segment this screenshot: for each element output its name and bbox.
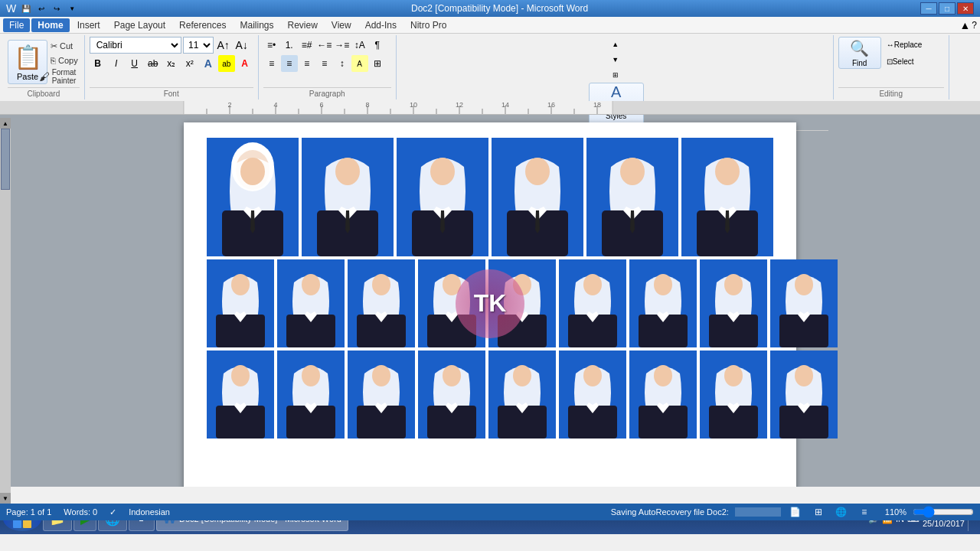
menu-references[interactable]: References (173, 18, 232, 32)
window-title: Doc2 [Compatibility Mode] - Microsoft Wo… (79, 3, 920, 14)
vertical-scroll-bar[interactable]: ▲ ▼ (0, 118, 11, 504)
replace-button[interactable]: ↔ Replace (883, 37, 944, 52)
align-left-button[interactable]: ≡ (263, 55, 280, 72)
cut-button[interactable]: ✂ Cut (49, 39, 80, 53)
view-fullscreen-button[interactable]: ⊞ (810, 504, 827, 520)
ribbon-collapse-button[interactable]: ▲ (959, 19, 970, 31)
text-highlight-button[interactable]: ab (218, 55, 235, 72)
shading-button[interactable]: A (351, 55, 368, 72)
svg-text:10: 10 (410, 101, 417, 109)
undo-button[interactable]: ↩ (34, 2, 48, 15)
maximize-button[interactable]: □ (939, 2, 956, 15)
styles-nav: ▲ ▼ ⊞ (607, 37, 624, 83)
zoom-slider[interactable] (913, 506, 974, 518)
align-center-button[interactable]: ≡ (281, 55, 298, 72)
show-formatting-button[interactable]: ¶ (369, 37, 386, 54)
format-painter-button[interactable]: 🖌 Format Painter (49, 68, 66, 85)
decrease-indent-button[interactable]: ←≡ (316, 37, 333, 54)
align-right-button[interactable]: ≡ (299, 55, 315, 72)
scroll-down-button[interactable]: ▼ (0, 493, 11, 504)
search-icon: 🔍 (850, 39, 869, 57)
photo-1-6 (681, 138, 773, 256)
ruler-svg: 24 68 1012 1416 18 (0, 101, 980, 115)
styles-more[interactable]: ⊞ (607, 67, 624, 83)
menu-nitro[interactable]: Nitro Pro (404, 18, 452, 32)
justify-button[interactable]: ≡ (316, 55, 333, 72)
multilevel-button[interactable]: ≡# (299, 37, 315, 54)
increase-font-button[interactable]: A↑ (215, 37, 232, 54)
select-button[interactable]: ⊡ Select (883, 54, 944, 69)
scroll-thumb[interactable] (1, 129, 10, 190)
borders-button[interactable]: ⊞ (369, 55, 386, 72)
font-format-row: B I U ab x₂ x² A ab A (90, 55, 253, 72)
underline-button[interactable]: U (126, 55, 143, 72)
svg-point-67 (583, 274, 602, 295)
document-area[interactable]: TK (0, 115, 980, 487)
minimize-button[interactable]: ─ (920, 2, 937, 15)
view-print-button[interactable]: 📄 (787, 504, 804, 520)
photo-3-3 (348, 350, 415, 439)
menu-mailings[interactable]: Mailings (234, 18, 279, 32)
autosave-text: Saving AutoRecovery file Doc2: (611, 507, 729, 517)
sort-button[interactable]: ↕A (351, 37, 368, 54)
redo-button[interactable]: ↪ (50, 2, 64, 15)
numbering-button[interactable]: 1. (281, 37, 298, 54)
menu-page-layout[interactable]: Page Layout (108, 18, 172, 32)
editing-label: Editing (838, 87, 944, 98)
photo-2-2 (277, 259, 345, 347)
font-controls: Calibri 11 A↑ A↓ B I U ab x₂ x² A ab A (90, 37, 253, 72)
font-name-select[interactable]: Calibri (90, 37, 181, 54)
svg-point-82 (302, 365, 320, 386)
scissors-icon: ✂ (51, 41, 57, 51)
decrease-font-button[interactable]: A↓ (234, 37, 250, 54)
copy-icon: ⎘ (51, 56, 56, 65)
bold-button[interactable]: B (90, 55, 106, 72)
menu-view[interactable]: View (325, 18, 358, 32)
bullets-button[interactable]: ≡• (263, 37, 280, 54)
menu-home[interactable]: Home (31, 18, 69, 32)
svg-text:12: 12 (456, 101, 463, 109)
ribbon-group-editing: 🔍 Find ↔ Replace ⊡ Select Editing (834, 35, 949, 99)
font-color-button[interactable]: A (237, 55, 253, 72)
styles-scroll-down[interactable]: ▼ (607, 52, 624, 67)
svg-point-43 (525, 158, 550, 185)
styles-scroll-up[interactable]: ▲ (607, 37, 624, 52)
change-styles-icon: A (611, 83, 621, 101)
font-size-select[interactable]: 11 (183, 37, 214, 54)
menu-review[interactable]: Review (281, 18, 323, 32)
line-spacing-button[interactable]: ↕ (334, 55, 351, 72)
status-bar-right: Saving AutoRecovery file Doc2: 📄 ⊞ 🌐 ≡ 1… (611, 504, 974, 520)
view-web-button[interactable]: 🌐 (833, 504, 850, 520)
increase-indent-button[interactable]: →≡ (334, 37, 351, 54)
superscript-button[interactable]: x² (181, 55, 198, 72)
document-page[interactable]: TK (184, 122, 796, 487)
find-button[interactable]: 🔍 Find (838, 37, 881, 69)
text-effects-button[interactable]: A (200, 55, 217, 72)
subscript-button[interactable]: x₂ (163, 55, 180, 72)
spell-check-icon: ✓ (109, 507, 116, 517)
close-button[interactable]: ✕ (957, 2, 974, 15)
strikethrough-button[interactable]: ab (145, 55, 162, 72)
view-outline-button[interactable]: ≡ (856, 504, 873, 520)
clipboard-label: Clipboard (8, 87, 80, 98)
status-bar: Page: 1 of 1 Words: 0 ✓ Indonesian Savin… (0, 504, 980, 520)
copy-button[interactable]: ⎘ Copy (49, 54, 80, 67)
customize-button[interactable]: ▼ (65, 2, 79, 15)
menu-addins[interactable]: Add-Ins (359, 18, 403, 32)
title-bar: W 💾 ↩ ↪ ▼ Doc2 [Compatibility Mode] - Mi… (0, 0, 980, 17)
menu-insert[interactable]: Insert (71, 18, 106, 32)
language-status: Indonesian (129, 507, 170, 517)
svg-text:2: 2 (227, 101, 231, 109)
italic-button[interactable]: I (108, 55, 125, 72)
save-button[interactable]: 💾 (19, 2, 33, 15)
font-name-row: Calibri 11 A↑ A↓ (90, 37, 253, 54)
menu-file[interactable]: File (3, 18, 30, 32)
editing-buttons: 🔍 Find ↔ Replace ⊡ Select (838, 37, 944, 69)
help-button[interactable]: ? (972, 20, 977, 31)
menu-bar: File Home Insert Page Layout References … (0, 17, 980, 34)
photo-1-1 (207, 138, 299, 256)
scroll-up-button[interactable]: ▲ (0, 118, 11, 129)
paste-icon: 📋 (14, 44, 42, 70)
word-logo-icon: W (6, 2, 16, 15)
photo-1-2 (302, 138, 394, 256)
